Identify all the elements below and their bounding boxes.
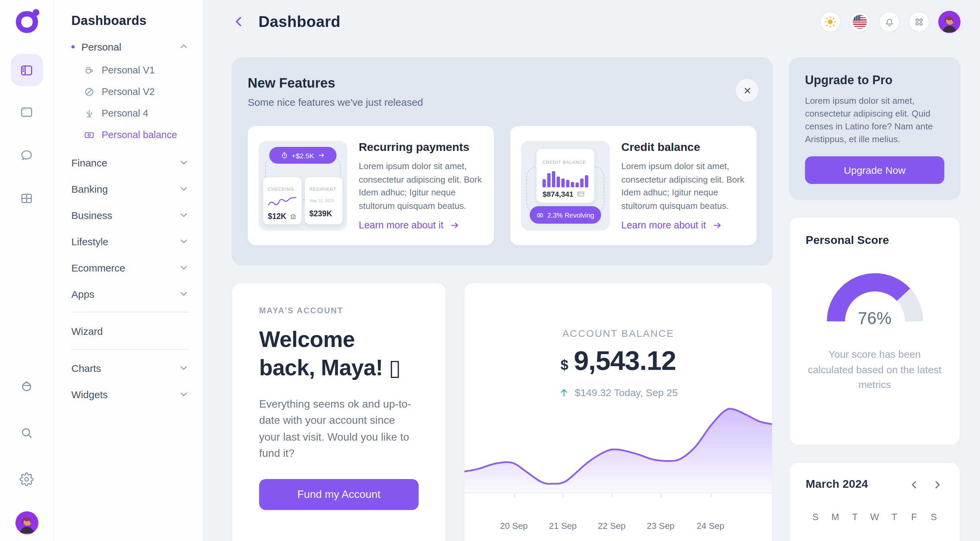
chevDown-icon bbox=[178, 209, 189, 220]
sidebar-item-widgets[interactable]: Widgets bbox=[72, 385, 189, 404]
recipient-mini-card: RECIPIENT May 12, 2023 $239K bbox=[305, 177, 343, 224]
theme-toggle-button[interactable] bbox=[820, 11, 841, 32]
sidebar-item-charts[interactable]: Charts bbox=[72, 358, 189, 377]
account-eyebrow: MAYA'S ACCOUNT bbox=[259, 306, 418, 315]
sidebar-item-banking[interactable]: Banking bbox=[72, 179, 189, 198]
cactus-icon bbox=[83, 107, 95, 119]
calendar-day-header: S bbox=[924, 511, 943, 522]
score-description: Your score has been calculated based on … bbox=[806, 347, 943, 393]
banner-subtitle: Some nice features we've just released bbox=[248, 96, 757, 108]
us-flag-icon bbox=[853, 14, 867, 29]
fund-account-button[interactable]: Fund my Account bbox=[259, 479, 418, 510]
sidebar-item-personal-balance[interactable]: Personal balance bbox=[72, 124, 189, 145]
upgrade-title: Upgrade to Pro bbox=[805, 73, 944, 88]
balance-amount: $ 9,543.12 bbox=[465, 346, 772, 376]
arrow-right-icon bbox=[712, 220, 722, 230]
calendar-prev-button[interactable] bbox=[908, 478, 921, 490]
welcome-card: MAYA'S ACCOUNT Welcomeback, Maya! ▯ Ever… bbox=[232, 282, 446, 541]
apps-grid-icon bbox=[913, 16, 925, 27]
calendar-day-header: M bbox=[826, 511, 845, 522]
sidebar-item-personal-v1[interactable]: Personal V1 bbox=[72, 59, 189, 81]
learn-more-link[interactable]: Learn more about it bbox=[359, 220, 483, 230]
sidebar-item-ecommerce[interactable]: Ecommerce bbox=[72, 258, 189, 277]
back-button[interactable] bbox=[232, 13, 248, 30]
language-button[interactable] bbox=[850, 11, 870, 32]
sidebar-item-personal-4[interactable]: Personal 4 bbox=[72, 102, 189, 124]
rail-item-dashboards[interactable] bbox=[10, 54, 43, 86]
feature-card-credit-balance: CREDIT BALANCE $874,341 2.3% Re bbox=[510, 126, 757, 245]
sidebar: Dashboards PersonalPersonal V1Personal V… bbox=[54, 0, 203, 541]
welcome-heading: Welcomeback, Maya! ▯ bbox=[259, 326, 418, 381]
feature-body: Lorem ipsum dolor sit amet, consectetur … bbox=[621, 160, 746, 212]
feature-title: Recurring payments bbox=[359, 141, 483, 154]
sidebar-item-personal-v2[interactable]: Personal V2 bbox=[72, 81, 189, 102]
transfer-pill: +$2.5K bbox=[269, 147, 337, 164]
grid-icon bbox=[19, 191, 33, 205]
rail-avatar[interactable] bbox=[15, 511, 38, 534]
axis-tick-label: 22 Sep bbox=[598, 521, 625, 531]
sidebar-item-lifestyle[interactable]: Lifestyle bbox=[72, 232, 189, 251]
sidebar-item-personal[interactable]: Personal bbox=[72, 35, 189, 58]
chevDown-icon bbox=[178, 288, 189, 299]
topbar-actions bbox=[820, 10, 961, 33]
calendar-next-button[interactable] bbox=[932, 478, 943, 490]
apps-button[interactable] bbox=[908, 11, 929, 32]
account-balance-card: ACCOUNT BALANCE $ 9,543.12 $149.32 Today… bbox=[464, 282, 773, 541]
rail-item-settings[interactable] bbox=[19, 471, 35, 487]
chevUp-icon bbox=[178, 41, 189, 52]
nut-icon bbox=[19, 379, 33, 393]
axis-tick bbox=[563, 493, 563, 497]
close-banner-button[interactable] bbox=[736, 79, 759, 102]
sidebar-item-finance[interactable]: Finance bbox=[72, 153, 189, 172]
personal-score-card: Personal Score 76% Your score has been c… bbox=[789, 217, 961, 445]
rail-item-apps[interactable] bbox=[13, 185, 40, 212]
calendar-day-header: F bbox=[904, 511, 924, 522]
sidebar-item-wizard[interactable]: Wizard bbox=[72, 321, 189, 340]
sidebar-divider bbox=[72, 312, 189, 313]
chevDown-icon bbox=[178, 236, 189, 247]
revolving-pill: 2.3% Revolving bbox=[530, 206, 601, 224]
page-title: Dashboard bbox=[258, 13, 340, 31]
learn-more-link[interactable]: Learn more about it bbox=[621, 220, 746, 230]
sidebar-title: Dashboards bbox=[72, 13, 189, 28]
axis-tick-label: 21 Sep bbox=[549, 521, 576, 531]
notifications-button[interactable] bbox=[879, 11, 900, 32]
timer-icon bbox=[281, 152, 288, 159]
balance-label: ACCOUNT BALANCE bbox=[465, 327, 772, 339]
chevDown-icon bbox=[178, 157, 189, 168]
credit-balance-graphic: CREDIT BALANCE $874,341 2.3% Re bbox=[521, 141, 610, 230]
upgrade-now-button[interactable]: Upgrade Now bbox=[805, 156, 944, 184]
coffee-icon bbox=[83, 64, 95, 76]
chevron-right-icon bbox=[932, 479, 943, 490]
pie-icon bbox=[83, 86, 95, 97]
axis-tick bbox=[710, 493, 711, 497]
window-icon bbox=[19, 105, 33, 119]
main-area: Dashboard bbox=[203, 0, 980, 541]
search-icon bbox=[19, 426, 33, 440]
score-percent: 76% bbox=[821, 308, 929, 328]
brand-logo-icon bbox=[13, 8, 41, 37]
calendar-day-header: W bbox=[865, 511, 885, 522]
axis-tick bbox=[612, 493, 612, 497]
profile-avatar[interactable] bbox=[938, 10, 961, 33]
banner-title: New Features bbox=[248, 75, 757, 91]
axis-tick bbox=[514, 493, 515, 497]
bell-icon bbox=[884, 16, 895, 27]
feature-card-recurring-payments: +$2.5K CHECKING $12K bbox=[248, 126, 494, 245]
new-features-banner: New Features Some nice features we've ju… bbox=[232, 57, 773, 265]
sidebar-item-business[interactable]: Business bbox=[72, 206, 189, 224]
sidebar-item-apps[interactable]: Apps bbox=[72, 284, 189, 303]
rail-item-search[interactable] bbox=[19, 425, 35, 440]
money-icon bbox=[537, 211, 544, 219]
banknote-icon bbox=[83, 129, 95, 140]
rail-item-pages[interactable] bbox=[13, 98, 40, 125]
panel-icon bbox=[19, 63, 33, 77]
rail-item-messages[interactable] bbox=[13, 142, 40, 168]
credit-balance-mini-card: CREDIT BALANCE $874,341 bbox=[536, 149, 594, 203]
calendar-day-header: T bbox=[885, 511, 904, 522]
rail-item-nut[interactable] bbox=[19, 378, 35, 394]
axis-tick-label: 20 Sep bbox=[500, 521, 528, 531]
checking-sparkline bbox=[268, 196, 296, 207]
active-section-bullet bbox=[72, 45, 75, 48]
calendar-title: March 2024 bbox=[806, 478, 868, 491]
